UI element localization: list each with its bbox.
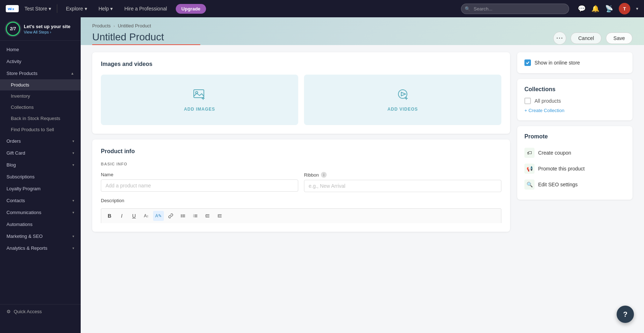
name-input[interactable] (101, 179, 298, 192)
svg-rect-16 (194, 215, 197, 215)
help-floating-button[interactable]: ? (617, 306, 634, 323)
header-area: Products › Untitled Product Untitled Pro… (81, 17, 644, 45)
link-button[interactable] (165, 211, 176, 221)
create-collection-link[interactable]: + Create Collection (524, 108, 625, 113)
sidebar-item-gift-card[interactable]: Gift Card ▾ (0, 147, 81, 159)
svg-text:i: i (11, 7, 12, 11)
svg-rect-10 (182, 215, 185, 215)
sidebar-item-communications[interactable]: Communications ▾ (0, 207, 81, 218)
avatar[interactable]: T (619, 3, 630, 14)
sidebar-item-back-in-stock[interactable]: Back in Stock Requests (0, 113, 81, 124)
sidebar-item-marketing-seo[interactable]: Marketing & SEO ▾ (0, 230, 81, 242)
italic-button[interactable]: I (116, 211, 127, 221)
unordered-list-button[interactable] (178, 211, 188, 221)
sidebar-item-blog[interactable]: Blog ▾ (0, 159, 81, 171)
indent-increase-button[interactable] (214, 211, 225, 221)
broadcast-icon[interactable]: 📡 (605, 5, 613, 13)
add-videos-button[interactable]: ADD VIDEOS (304, 75, 501, 125)
bold-button[interactable]: B (104, 211, 115, 221)
sidebar-item-store-products[interactable]: Store Products ▲ (0, 67, 81, 79)
edit-seo-button[interactable]: 🔍 Edit SEO settings (524, 177, 625, 192)
sidebar-item-products[interactable]: Products (0, 79, 81, 90)
ordered-list-button[interactable]: 123 (190, 211, 201, 221)
add-videos-icon (396, 88, 409, 102)
more-options-button[interactable]: ··· (553, 32, 566, 45)
product-title[interactable]: Untitled Product (92, 31, 200, 45)
store-name[interactable]: Test Store ▾ (24, 6, 51, 12)
images-section: Images and videos (92, 52, 510, 134)
wix-logo: W i x (6, 5, 19, 12)
chevron-down-icon: ▾ (72, 139, 74, 143)
chevron-down-icon: ▾ (49, 6, 51, 12)
chevron-down-icon: ▾ (72, 163, 74, 167)
collections-panel: Collections All products + Create Collec… (517, 79, 632, 120)
main-sections: Images and videos (92, 52, 510, 326)
add-images-icon (193, 88, 206, 102)
chevron-down-icon: ▾ (72, 234, 74, 238)
quick-access-button[interactable]: ⚙ Quick Access (6, 309, 74, 314)
notifications-icon[interactable]: 🔔 (591, 5, 599, 13)
product-info-section: Product info BASIC INFO Name Ribbon i (92, 139, 510, 232)
cancel-button[interactable]: Cancel (571, 32, 601, 44)
search-container: 🔍 (461, 4, 569, 14)
chevron-down-icon: ▾ (72, 151, 74, 155)
breadcrumb-products[interactable]: Products (92, 23, 111, 28)
sidebar-item-home[interactable]: Home (0, 44, 81, 56)
add-images-label: ADD IMAGES (184, 107, 215, 112)
sidebar-item-orders[interactable]: Orders ▾ (0, 135, 81, 147)
create-coupon-button[interactable]: 🏷 Create coupon (524, 145, 625, 161)
sidebar-item-activity[interactable]: Activity (0, 56, 81, 67)
chevron-down-icon: ▾ (85, 6, 87, 12)
sidebar-item-collections[interactable]: Collections (0, 102, 81, 113)
explore-button[interactable]: Explore ▾ (63, 4, 90, 13)
svg-rect-18 (194, 217, 197, 217)
add-images-button[interactable]: ADD IMAGES (101, 75, 298, 125)
sidebar-item-find-products[interactable]: Find Products to Sell (0, 124, 81, 135)
svg-point-15 (181, 217, 182, 217)
save-button[interactable]: Save (606, 32, 632, 44)
basic-info-label: BASIC INFO (101, 162, 501, 166)
help-button[interactable]: Help ▾ (96, 4, 116, 13)
chevron-down-icon[interactable]: ▾ (636, 6, 638, 11)
promote-product-button[interactable]: 📢 Promote this product (524, 161, 625, 177)
all-products-checkbox[interactable] (524, 98, 531, 104)
sidebar-item-automations[interactable]: Automations (0, 218, 81, 230)
promote-icon: 📢 (524, 164, 535, 174)
promote-title: Promote (524, 133, 625, 140)
sidebar-nav: Home Activity Store Products ▲ Products … (0, 41, 81, 257)
show-in-store-checkbox[interactable] (524, 59, 531, 66)
progress-section: 2/7 Let's set up your site View All Step… (0, 17, 81, 41)
description-label: Description (101, 198, 501, 203)
images-section-title: Images and videos (101, 61, 501, 67)
svg-rect-17 (194, 216, 197, 216)
breadcrumb-separator: › (113, 24, 115, 28)
name-field-group: Name (101, 172, 298, 192)
svg-rect-11 (182, 216, 185, 216)
underline-button[interactable]: U (129, 211, 139, 221)
sidebar-item-contacts[interactable]: Contacts ▾ (0, 195, 81, 207)
breadcrumb: Products › Untitled Product (92, 23, 632, 28)
progress-circle: 2/7 (6, 22, 20, 36)
chat-icon[interactable]: 💬 (578, 5, 586, 13)
promote-product-label: Promote this product (538, 166, 585, 172)
indent-decrease-button[interactable] (202, 211, 213, 221)
sidebar-item-subscriptions[interactable]: Subscriptions (0, 171, 81, 183)
show-in-store-label: Show in online store (535, 60, 580, 66)
text-color-button[interactable]: A✎ (153, 211, 164, 221)
hire-professional-button[interactable]: Hire a Professional (121, 4, 170, 13)
ribbon-input[interactable] (304, 180, 501, 192)
search-input[interactable] (461, 4, 569, 14)
font-size-button[interactable]: A↕ (141, 211, 152, 221)
sidebar-item-analytics-reports[interactable]: Analytics & Reports ▾ (0, 242, 81, 254)
sidebar-item-inventory[interactable]: Inventory (0, 90, 81, 102)
main-content: Products › Untitled Product Untitled Pro… (81, 17, 644, 333)
svg-rect-3 (194, 90, 204, 98)
all-products-label: All products (535, 98, 561, 104)
quick-access-icon: ⚙ (6, 309, 11, 314)
ribbon-info-icon[interactable]: i (321, 172, 327, 178)
view-all-steps-link[interactable]: View All Steps › (24, 30, 71, 34)
sidebar-item-loyalty-program[interactable]: Loyalty Program (0, 183, 81, 195)
svg-rect-12 (182, 217, 185, 217)
sidebar: 2/7 Let's set up your site View All Step… (0, 17, 81, 333)
upgrade-button[interactable]: Upgrade (176, 4, 206, 14)
